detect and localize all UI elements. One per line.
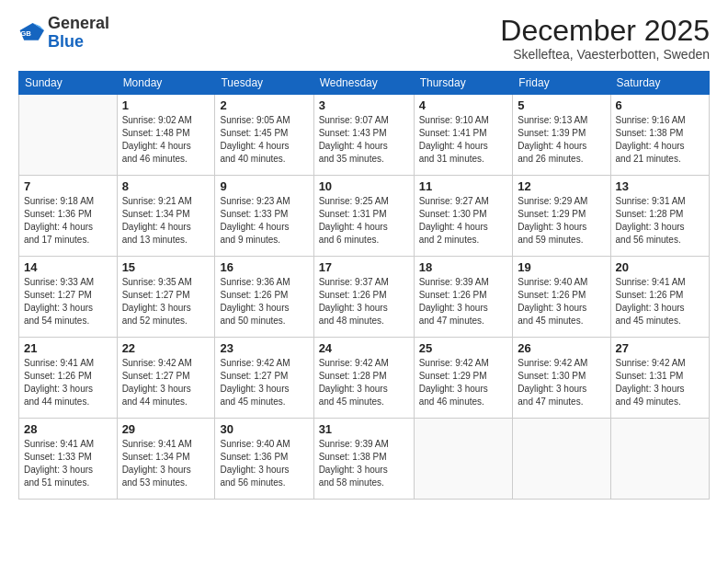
day-cell: 30Sunrise: 9:40 AM Sunset: 1:36 PM Dayli… [215, 419, 313, 500]
day-cell: 14Sunrise: 9:33 AM Sunset: 1:27 PM Dayli… [19, 257, 118, 338]
day-number: 23 [220, 341, 308, 355]
day-number: 22 [122, 341, 210, 355]
col-thursday: Thursday [414, 72, 513, 95]
day-number: 17 [319, 260, 409, 274]
day-number: 14 [24, 260, 112, 274]
week-row-0: 1Sunrise: 9:02 AM Sunset: 1:48 PM Daylig… [19, 95, 710, 176]
day-cell: 1Sunrise: 9:02 AM Sunset: 1:48 PM Daylig… [117, 95, 215, 176]
day-info: Sunrise: 9:23 AM Sunset: 1:33 PM Dayligh… [220, 195, 308, 247]
day-info: Sunrise: 9:36 AM Sunset: 1:26 PM Dayligh… [220, 276, 308, 327]
day-number: 9 [220, 179, 308, 193]
day-cell: 22Sunrise: 9:42 AM Sunset: 1:27 PM Dayli… [117, 338, 215, 419]
week-row-1: 7Sunrise: 9:18 AM Sunset: 1:36 PM Daylig… [19, 176, 710, 257]
day-number: 26 [518, 341, 605, 355]
day-number: 31 [319, 422, 409, 436]
day-number: 10 [319, 179, 409, 193]
day-cell: 25Sunrise: 9:42 AM Sunset: 1:29 PM Dayli… [414, 338, 513, 419]
logo-text: General Blue [48, 15, 109, 52]
day-number: 21 [24, 341, 112, 355]
day-cell: 11Sunrise: 9:27 AM Sunset: 1:30 PM Dayli… [414, 176, 513, 257]
day-number: 1 [122, 98, 210, 112]
day-number: 20 [616, 260, 704, 274]
day-info: Sunrise: 9:18 AM Sunset: 1:36 PM Dayligh… [24, 195, 112, 247]
day-info: Sunrise: 9:16 AM Sunset: 1:38 PM Dayligh… [616, 114, 704, 166]
day-number: 29 [122, 422, 210, 436]
logo-blue: Blue [48, 32, 84, 51]
col-sunday: Sunday [19, 72, 118, 95]
day-info: Sunrise: 9:41 AM Sunset: 1:33 PM Dayligh… [24, 438, 112, 489]
day-cell: 18Sunrise: 9:39 AM Sunset: 1:26 PM Dayli… [414, 257, 513, 338]
day-cell: 16Sunrise: 9:36 AM Sunset: 1:26 PM Dayli… [215, 257, 313, 338]
day-number: 4 [419, 98, 508, 112]
day-info: Sunrise: 9:40 AM Sunset: 1:26 PM Dayligh… [518, 276, 605, 327]
day-info: Sunrise: 9:25 AM Sunset: 1:31 PM Dayligh… [319, 195, 409, 247]
day-info: Sunrise: 9:42 AM Sunset: 1:27 PM Dayligh… [220, 357, 308, 408]
day-info: Sunrise: 9:41 AM Sunset: 1:26 PM Dayligh… [24, 357, 112, 408]
col-tuesday: Tuesday [215, 72, 313, 95]
day-number: 8 [122, 179, 210, 193]
header-row: Sunday Monday Tuesday Wednesday Thursday… [19, 72, 710, 95]
week-row-3: 21Sunrise: 9:41 AM Sunset: 1:26 PM Dayli… [19, 338, 710, 419]
title-block: December 2025 Skelleftea, Vaesterbotten,… [500, 15, 710, 62]
month-title: December 2025 [500, 15, 710, 47]
day-number: 12 [518, 179, 605, 193]
day-cell: 7Sunrise: 9:18 AM Sunset: 1:36 PM Daylig… [19, 176, 118, 257]
day-number: 28 [24, 422, 112, 436]
day-cell: 2Sunrise: 9:05 AM Sunset: 1:45 PM Daylig… [215, 95, 313, 176]
calendar: Sunday Monday Tuesday Wednesday Thursday… [18, 71, 710, 500]
day-info: Sunrise: 9:41 AM Sunset: 1:26 PM Dayligh… [616, 276, 704, 327]
day-number: 15 [122, 260, 210, 274]
day-number: 30 [220, 422, 308, 436]
day-number: 16 [220, 260, 308, 274]
day-number: 27 [616, 341, 704, 355]
day-info: Sunrise: 9:39 AM Sunset: 1:26 PM Dayligh… [419, 276, 508, 327]
subtitle: Skelleftea, Vaesterbotten, Sweden [500, 47, 710, 62]
day-cell: 12Sunrise: 9:29 AM Sunset: 1:29 PM Dayli… [513, 176, 610, 257]
day-number: 2 [220, 98, 308, 112]
logo: GB General Blue [18, 15, 109, 52]
day-cell: 20Sunrise: 9:41 AM Sunset: 1:26 PM Dayli… [610, 257, 709, 338]
day-cell: 4Sunrise: 9:10 AM Sunset: 1:41 PM Daylig… [414, 95, 513, 176]
day-number: 3 [319, 98, 409, 112]
col-friday: Friday [513, 72, 610, 95]
day-info: Sunrise: 9:33 AM Sunset: 1:27 PM Dayligh… [24, 276, 112, 327]
day-info: Sunrise: 9:35 AM Sunset: 1:27 PM Dayligh… [122, 276, 210, 327]
day-info: Sunrise: 9:02 AM Sunset: 1:48 PM Dayligh… [122, 114, 210, 166]
col-saturday: Saturday [610, 72, 709, 95]
day-info: Sunrise: 9:31 AM Sunset: 1:28 PM Dayligh… [616, 195, 704, 247]
day-number: 18 [419, 260, 508, 274]
day-info: Sunrise: 9:37 AM Sunset: 1:26 PM Dayligh… [319, 276, 409, 327]
logo-icon: GB [18, 20, 44, 46]
day-info: Sunrise: 9:27 AM Sunset: 1:30 PM Dayligh… [419, 195, 508, 247]
page: GB General Blue December 2025 Skelleftea… [0, 0, 728, 563]
day-cell [414, 419, 513, 500]
day-number: 25 [419, 341, 508, 355]
day-cell: 27Sunrise: 9:42 AM Sunset: 1:31 PM Dayli… [610, 338, 709, 419]
day-info: Sunrise: 9:05 AM Sunset: 1:45 PM Dayligh… [220, 114, 308, 166]
day-info: Sunrise: 9:29 AM Sunset: 1:29 PM Dayligh… [518, 195, 605, 247]
day-cell: 13Sunrise: 9:31 AM Sunset: 1:28 PM Dayli… [610, 176, 709, 257]
day-info: Sunrise: 9:10 AM Sunset: 1:41 PM Dayligh… [419, 114, 508, 166]
day-cell: 3Sunrise: 9:07 AM Sunset: 1:43 PM Daylig… [313, 95, 414, 176]
day-info: Sunrise: 9:42 AM Sunset: 1:28 PM Dayligh… [319, 357, 409, 408]
day-number: 6 [616, 98, 704, 112]
day-cell: 15Sunrise: 9:35 AM Sunset: 1:27 PM Dayli… [117, 257, 215, 338]
week-row-2: 14Sunrise: 9:33 AM Sunset: 1:27 PM Dayli… [19, 257, 710, 338]
day-cell: 24Sunrise: 9:42 AM Sunset: 1:28 PM Dayli… [313, 338, 414, 419]
day-info: Sunrise: 9:41 AM Sunset: 1:34 PM Dayligh… [122, 438, 210, 489]
day-info: Sunrise: 9:07 AM Sunset: 1:43 PM Dayligh… [319, 114, 409, 166]
day-info: Sunrise: 9:42 AM Sunset: 1:30 PM Dayligh… [518, 357, 605, 408]
col-monday: Monday [117, 72, 215, 95]
svg-text:GB: GB [20, 29, 31, 38]
day-info: Sunrise: 9:42 AM Sunset: 1:27 PM Dayligh… [122, 357, 210, 408]
day-info: Sunrise: 9:13 AM Sunset: 1:39 PM Dayligh… [518, 114, 605, 166]
day-cell: 26Sunrise: 9:42 AM Sunset: 1:30 PM Dayli… [513, 338, 610, 419]
day-info: Sunrise: 9:42 AM Sunset: 1:31 PM Dayligh… [616, 357, 704, 408]
day-cell: 29Sunrise: 9:41 AM Sunset: 1:34 PM Dayli… [117, 419, 215, 500]
day-number: 5 [518, 98, 605, 112]
day-number: 7 [24, 179, 112, 193]
day-cell: 6Sunrise: 9:16 AM Sunset: 1:38 PM Daylig… [610, 95, 709, 176]
day-cell: 8Sunrise: 9:21 AM Sunset: 1:34 PM Daylig… [117, 176, 215, 257]
day-cell: 31Sunrise: 9:39 AM Sunset: 1:38 PM Dayli… [313, 419, 414, 500]
day-number: 24 [319, 341, 409, 355]
